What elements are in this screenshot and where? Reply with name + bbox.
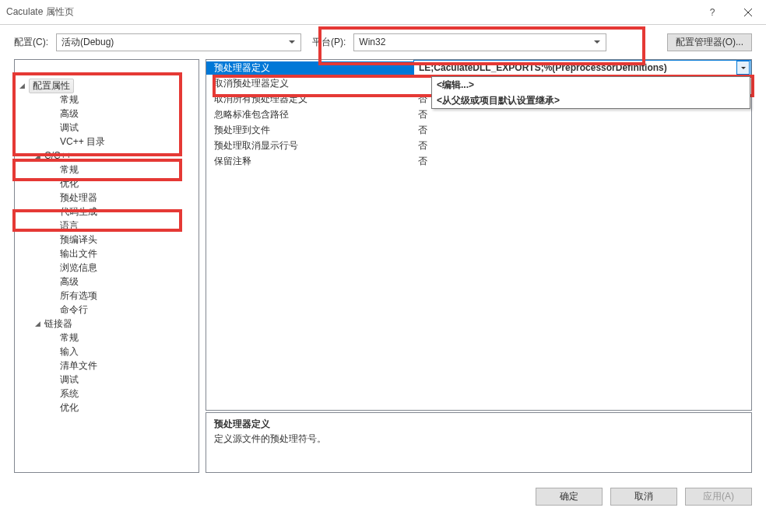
tree-item[interactable]: 调试 [15,373,199,387]
tree-item-label: 命令行 [60,303,88,317]
tree-item-label: 浏览信息 [60,261,97,275]
description-panel: 预处理器定义 定义源文件的预处理符号。 [206,412,752,473]
collapse-icon[interactable]: ◢ [19,82,29,89]
property-name: 取消预处理器定义 [206,77,413,90]
footer: 确定 取消 应用(A) [0,479,766,513]
tree-item-label: 常规 [60,331,79,345]
description-title: 预处理器定义 [214,418,743,431]
tree-root[interactable]: ◢ 配置属性 [15,79,199,93]
close-button[interactable] [730,0,766,25]
tree-item[interactable]: 代码生成 [15,205,199,219]
tree-item-label: 输入 [60,345,79,359]
tree-item[interactable]: 输入 [15,345,199,359]
tree-item[interactable]: 清单文件 [15,359,199,373]
grid-row[interactable]: 预处理器定义LE;CaculateDLL_EXPORTS;%(Preproces… [206,60,751,75]
tree-linker-label: 链接器 [44,317,72,331]
platform-combo[interactable]: Win32 [353,33,606,51]
tree-item-label: 高级 [60,107,79,121]
description-body: 定义源文件的预处理符号。 [214,432,743,446]
tree-item-label: 优化 [60,177,79,191]
popup-item-inherit[interactable]: <从父级或项目默认设置继承> [432,93,750,108]
titlebar: Caculate 属性页 ? [0,0,766,25]
tree-item-label: 代码生成 [60,205,97,219]
property-value[interactable]: LE;CaculateDLL_EXPORTS;%(PreprocessorDef… [413,60,751,75]
property-value[interactable]: 否 [413,124,751,137]
tree-item-label: 常规 [60,93,79,107]
popup-item-edit[interactable]: <编辑...> [432,77,750,93]
property-name: 预处理器定义 [206,61,413,75]
tree-item-label: 调试 [60,121,79,135]
cancel-button[interactable]: 取消 [610,488,677,506]
tree-cpp[interactable]: ◢ C/C++ [15,149,199,163]
collapse-icon[interactable]: ◢ [35,320,44,327]
collapse-icon[interactable]: ◢ [35,152,44,159]
toolbar: 配置(C): 活动(Debug) 平台(P): Win32 配置管理器(O)..… [0,25,766,59]
tree-item[interactable]: 输出文件 [15,247,199,261]
tree-item[interactable]: 高级 [15,107,199,121]
tree-item[interactable]: 常规 [15,163,199,177]
property-grid: 预处理器定义LE;CaculateDLL_EXPORTS;%(Preproces… [206,59,752,411]
grid-row[interactable]: 忽略标准包含路径否 [206,107,751,122]
content: ◢ 配置属性 常规高级调试VC++ 目录 ◢ C/C++ 常规优化预处理器代码生… [0,59,766,479]
tree[interactable]: ◢ 配置属性 常规高级调试VC++ 目录 ◢ C/C++ 常规优化预处理器代码生… [14,59,199,473]
window-title: Caculate 属性页 [6,5,694,19]
dropdown-popup: <编辑...><从父级或项目默认设置继承> [431,76,750,109]
config-combo[interactable]: 活动(Debug) [56,33,301,51]
property-value[interactable]: 否 [413,108,751,121]
tree-item-label: 调试 [60,373,79,387]
tree-item-label: 系统 [60,387,79,401]
tree-item[interactable]: 所有选项 [15,289,199,303]
tree-item-label: 语言 [60,219,79,233]
property-name: 保留注释 [206,155,413,168]
tree-item[interactable]: 常规 [15,331,199,345]
tree-item-label: 预处理器 [60,191,97,205]
tree-root-label: 配置属性 [29,79,74,93]
tree-item[interactable]: 预编译头 [15,233,199,247]
property-name: 预处理到文件 [206,124,413,137]
tree-item[interactable]: 语言 [15,219,199,233]
property-panel: 预处理器定义LE;CaculateDLL_EXPORTS;%(Preproces… [206,59,752,473]
property-name: 忽略标准包含路径 [206,108,413,121]
tree-item[interactable]: 高级 [15,275,199,289]
grid-row[interactable]: 预处理到文件否 [206,122,751,138]
tree-item[interactable]: 浏览信息 [15,261,199,275]
help-button[interactable]: ? [694,0,730,25]
property-name: 预处理取消显示行号 [206,139,413,152]
tree-item-label: 优化 [60,401,79,415]
tree-item[interactable]: 优化 [15,177,199,191]
tree-item-label: 所有选项 [60,289,97,303]
tree-item[interactable]: 调试 [15,121,199,135]
ok-button[interactable]: 确定 [536,488,603,506]
tree-item[interactable]: 命令行 [15,303,199,317]
property-name: 取消所有预处理器定义 [206,93,413,106]
grid-row[interactable]: 保留注释否 [206,153,751,169]
chevron-down-icon[interactable] [736,61,750,75]
tree-item-label: 输出文件 [60,247,97,261]
platform-value: Win32 [359,37,592,47]
tree-linker[interactable]: ◢ 链接器 [15,317,199,331]
tree-item[interactable]: 系统 [15,387,199,401]
config-label: 配置(C): [14,36,48,49]
tree-item[interactable]: 优化 [15,401,199,415]
tree-item-label: VC++ 目录 [60,135,105,149]
tree-cpp-label: C/C++ [44,150,72,161]
tree-item[interactable]: VC++ 目录 [15,135,199,149]
tree-item-label: 清单文件 [60,359,97,373]
chevron-down-icon [592,40,603,44]
config-manager-button[interactable]: 配置管理器(O)... [667,33,752,51]
chevron-down-icon [286,40,297,44]
grid-row[interactable]: 预处理取消显示行号否 [206,138,751,153]
tree-item[interactable]: 预处理器 [15,191,199,205]
tree-item-label: 预编译头 [60,233,97,247]
platform-label: 平台(P): [312,36,346,49]
tree-item[interactable]: 常规 [15,93,199,107]
tree-item-label: 常规 [60,163,79,177]
property-value[interactable]: 否 [413,139,751,152]
tree-item-label: 高级 [60,275,79,289]
property-value[interactable]: 否 [413,155,751,168]
apply-button[interactable]: 应用(A) [685,488,752,506]
config-value: 活动(Debug) [61,36,286,49]
